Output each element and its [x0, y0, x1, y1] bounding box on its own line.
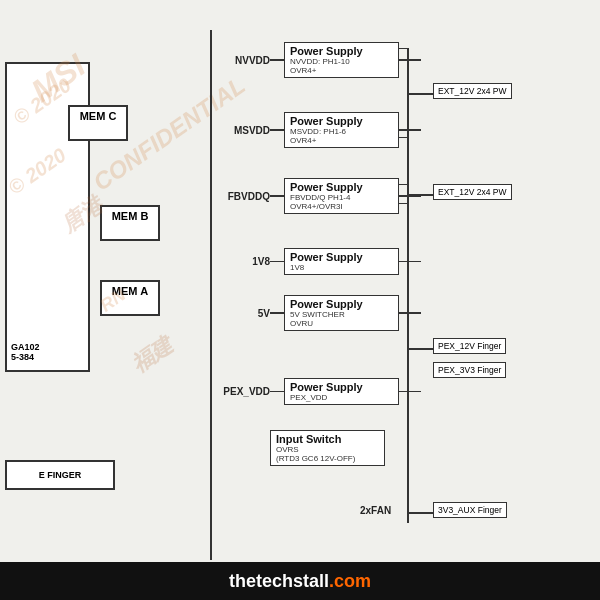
schematic-diagram: MSI © 2020 CONFIDENTIAL © 2020 唐港 RN 福建 …	[0, 0, 600, 600]
ps-sub1-nvvdd: NVVDD: PH1-10	[290, 57, 393, 66]
bottom-bar-text: thetechstall.com	[229, 571, 371, 592]
e-finger-block: E FINGER	[5, 460, 115, 490]
ps-title-msvdd: Power Supply	[290, 115, 393, 127]
ps-sub1-pex-vdd: PEX_VDD	[290, 393, 393, 402]
right-bus-line	[407, 48, 409, 523]
signal-5v: 5V	[210, 308, 270, 319]
ps-sub2-msvdd: OVR4+	[290, 136, 393, 145]
mem-b-block: MEM B	[100, 205, 160, 241]
ext12v-label-2: EXT_12V 2x4 PW	[433, 184, 512, 200]
aux-label: 3V3_AUX Finger	[433, 502, 507, 518]
signal-nvvdd: NVVDD	[210, 55, 270, 66]
ps-title-5v: Power Supply	[290, 298, 393, 310]
ps-box-nvvdd: Power Supply NVVDD: PH1-10 OVR4+	[284, 42, 399, 78]
signal-fbvddq: FBVDDQ	[210, 191, 270, 202]
input-switch-sub2: (RTD3 GC6 12V-OFF)	[276, 454, 379, 463]
line-ext12v-1	[408, 93, 433, 95]
watermark-cn2: 福建	[125, 330, 178, 380]
ps-box-pex-vdd: Power Supply PEX_VDD	[284, 378, 399, 405]
mem-c-block: MEM C	[68, 105, 128, 141]
ps-title-pex-vdd: Power Supply	[290, 381, 393, 393]
mem-a-label: MEM A	[112, 285, 148, 297]
ps-sub2-nvvdd: OVR4+	[290, 66, 393, 75]
pex12v-label: PEX_12V Finger	[433, 338, 506, 354]
signal-1v8: 1V8	[210, 256, 270, 267]
mem-a-block: MEM A	[100, 280, 160, 316]
ps-box-5v: Power Supply 5V SWITCHER OVRU	[284, 295, 399, 331]
input-switch-title: Input Switch	[276, 433, 379, 445]
ps-sub1-fbvddq: FBVDD/Q PH1-4	[290, 193, 393, 202]
ps-sub1-1v8: 1V8	[290, 263, 393, 272]
ps-box-fbvddq: Power Supply FBVDD/Q PH1-4 OVR4+/OVR3I	[284, 178, 399, 214]
e-finger-label: E FINGER	[39, 470, 82, 480]
ps-sub2-5v: OVRU	[290, 319, 393, 328]
pex3v3-label: PEX_3V3 Finger	[433, 362, 506, 378]
bottom-bar: thetechstall.com	[0, 562, 600, 600]
line-aux	[408, 512, 433, 514]
mem-b-label: MEM B	[112, 210, 149, 222]
ps-row-1v8: 1V8 Power Supply 1V8	[210, 248, 421, 275]
input-switch-box: Input Switch OVRS (RTD3 GC6 12V-OFF)	[270, 430, 385, 466]
ps-row-nvvdd: NVVDD Power Supply NVVDD: PH1-10 OVR4+	[210, 42, 421, 78]
fan-label: 2xFAN	[360, 505, 391, 516]
gpu-label: GA1025-384	[11, 342, 40, 362]
ps-sub2-fbvddq: OVR4+/OVR3I	[290, 202, 393, 211]
bottom-bar-orange: .com	[329, 571, 371, 591]
ps-row-pex-vdd: PEX_VDD Power Supply PEX_VDD	[210, 378, 421, 405]
ps-row-msvdd: MSVDD Power Supply MSVDD: PH1-6 OVR4+	[210, 112, 421, 148]
ps-title-nvvdd: Power Supply	[290, 45, 393, 57]
line-pex12v	[408, 348, 433, 350]
line-ext12v-2	[408, 194, 433, 196]
ps-title-1v8: Power Supply	[290, 251, 393, 263]
mem-c-label: MEM C	[80, 110, 117, 122]
signal-pex-vdd: PEX_VDD	[210, 386, 270, 397]
ps-box-1v8: Power Supply 1V8	[284, 248, 399, 275]
ps-title-fbvddq: Power Supply	[290, 181, 393, 193]
ext12v-label-1: EXT_12V 2x4 PW	[433, 83, 512, 99]
ps-box-msvdd: Power Supply MSVDD: PH1-6 OVR4+	[284, 112, 399, 148]
ps-row-fbvddq: FBVDDQ Power Supply FBVDD/Q PH1-4 OVR4+/…	[210, 178, 421, 214]
ps-sub1-5v: 5V SWITCHER	[290, 310, 393, 319]
signal-msvdd: MSVDD	[210, 125, 270, 136]
ps-row-5v: 5V Power Supply 5V SWITCHER OVRU	[210, 295, 421, 331]
ps-sub1-msvdd: MSVDD: PH1-6	[290, 127, 393, 136]
input-switch-sub1: OVRS	[276, 445, 379, 454]
